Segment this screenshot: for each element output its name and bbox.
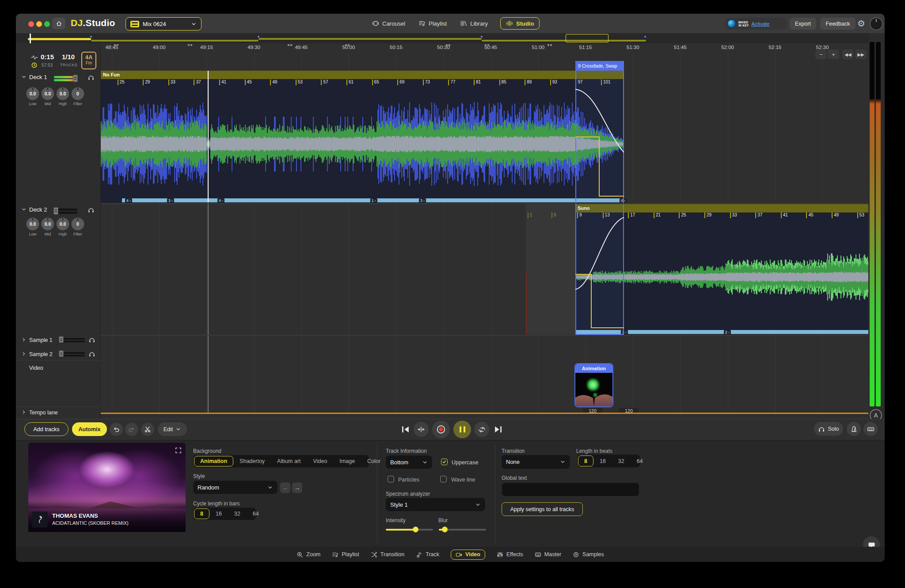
- deck1-cue-marker[interactable]: 3: [419, 198, 426, 203]
- particles-checkbox[interactable]: [388, 476, 394, 482]
- background-option-color[interactable]: Color: [361, 456, 387, 467]
- blur-slider-thumb[interactable]: [442, 527, 448, 532]
- pause-button[interactable]: [453, 421, 471, 438]
- home-button[interactable]: [52, 18, 65, 29]
- deck1-cue-marker[interactable]: 4: [125, 198, 132, 203]
- length-in-beats-option-64[interactable]: 64: [631, 455, 649, 467]
- minimap-viewport[interactable]: [566, 34, 608, 42]
- deck2-cue-marker[interactable]: 2: [724, 330, 731, 334]
- bottom-tab-video[interactable]: Video: [451, 550, 485, 560]
- deck1-knob-low[interactable]: 0.0: [26, 87, 39, 100]
- length-in-beats-option-16[interactable]: 16: [593, 455, 612, 467]
- background-option-album-art[interactable]: Album art: [271, 456, 307, 467]
- length-in-beats-option-8[interactable]: 8: [578, 455, 593, 467]
- crossfade-label[interactable]: 9 Crossfade, Swap: [575, 61, 624, 71]
- export-button[interactable]: Export: [790, 18, 816, 30]
- deck1-knob-high[interactable]: 0.0: [56, 87, 69, 100]
- gear-icon[interactable]: ⚙: [857, 18, 865, 29]
- tempo-lane-chevron-icon[interactable]: [21, 410, 27, 415]
- cycle-length-option-32[interactable]: 32: [228, 508, 247, 519]
- fullscreen-icon[interactable]: [175, 447, 182, 454]
- fast-forward-button[interactable]: ▶▶: [855, 49, 867, 59]
- video-clip-animation[interactable]: Animation: [574, 363, 613, 407]
- deck1-knob-mid[interactable]: 0.0: [41, 87, 54, 100]
- bottom-tab-master[interactable]: Master: [535, 551, 561, 558]
- edit-menu-button[interactable]: Edit: [158, 422, 187, 436]
- cycle-length-option-8[interactable]: 8: [194, 508, 209, 519]
- tab-studio[interactable]: Studio: [500, 17, 540, 30]
- cycle-length-option-64[interactable]: 64: [247, 508, 265, 519]
- undo-button[interactable]: [110, 423, 123, 436]
- background-option-animation[interactable]: Animation: [194, 456, 233, 467]
- bottom-tab-track[interactable]: Track: [416, 551, 439, 558]
- background-option-video[interactable]: Video: [307, 456, 334, 467]
- skip-back-button[interactable]: [401, 425, 411, 434]
- sample2-expand-chevron-icon[interactable]: [21, 351, 27, 357]
- deck1-knob-filter[interactable]: 0: [71, 87, 84, 100]
- mix-select[interactable]: Mix 0624: [125, 17, 202, 30]
- add-tracks-button[interactable]: Add tracks: [24, 422, 68, 436]
- deck2-volume-handle[interactable]: [53, 207, 58, 215]
- sample2-volume-handle[interactable]: [59, 350, 64, 357]
- bottom-tab-samples[interactable]: Samples: [573, 551, 604, 558]
- deck2-knob-mid[interactable]: 0.0: [41, 217, 54, 231]
- rewind-button[interactable]: ◀◀: [842, 49, 854, 59]
- spectrum-style-select[interactable]: Style 1: [386, 498, 485, 511]
- bottom-tab-playlist[interactable]: Playlist: [332, 551, 359, 558]
- sample2-headphones-icon[interactable]: [88, 350, 95, 357]
- cycle-length-option-16[interactable]: 16: [209, 508, 228, 519]
- transition-select[interactable]: None: [502, 455, 570, 469]
- zoom-in-button[interactable]: +: [828, 49, 839, 59]
- loop-button[interactable]: [474, 422, 489, 437]
- avatar[interactable]: [870, 17, 883, 30]
- deck2-knob-low[interactable]: 0.0: [26, 217, 39, 231]
- sample1-expand-chevron-icon[interactable]: [21, 337, 27, 342]
- time-ruler[interactable]: 48:4549:0049:1549:3049:4550:0050:1550:30…: [101, 43, 868, 52]
- window-zoom-button[interactable]: [44, 21, 50, 27]
- style-next-button[interactable]: →: [292, 482, 302, 493]
- jump-to-mix-button[interactable]: [414, 422, 429, 437]
- automix-button[interactable]: Automix: [72, 422, 107, 436]
- solo-button[interactable]: Solo: [814, 422, 843, 436]
- tab-library[interactable]: Library: [459, 17, 489, 30]
- deck1-volume-handle[interactable]: [73, 75, 78, 82]
- bottom-tab-transition[interactable]: Transition: [371, 551, 404, 558]
- style-prev-button[interactable]: ←: [280, 482, 290, 493]
- deck2-knob-filter[interactable]: 0: [71, 217, 84, 231]
- crossfade-region[interactable]: [575, 61, 624, 335]
- uppercase-checkbox[interactable]: [441, 459, 448, 465]
- style-select[interactable]: Random: [193, 481, 278, 494]
- activate-link[interactable]: Activate: [751, 21, 769, 27]
- tab-carousel[interactable]: Carousel: [371, 17, 406, 30]
- length-in-beats-option-32[interactable]: 32: [612, 455, 631, 467]
- window-minimize-button[interactable]: [36, 21, 42, 27]
- apply-settings-button[interactable]: Apply settings to all tracks: [502, 502, 583, 516]
- split-button[interactable]: [141, 423, 154, 436]
- deck1-cue-marker[interactable]: 3: [167, 198, 174, 203]
- background-option-shadertoy[interactable]: Shadertoy: [233, 456, 271, 467]
- skip-forward-button[interactable]: [493, 425, 503, 434]
- record-button[interactable]: [432, 421, 450, 438]
- deck1-cue-marker[interactable]: 1: [370, 198, 377, 203]
- track-info-position-select[interactable]: Bottom: [386, 455, 432, 469]
- deck1-collapse-chevron-icon[interactable]: [21, 74, 27, 80]
- global-text-input[interactable]: [502, 482, 639, 497]
- feedback-button[interactable]: Feedback: [820, 18, 856, 30]
- tempo-automation-line[interactable]: [101, 413, 868, 414]
- deck1-cue-marker[interactable]: 4: [217, 198, 224, 203]
- zoom-out-button[interactable]: −: [815, 49, 827, 59]
- metronome-button[interactable]: [847, 422, 861, 436]
- deck1-track-header[interactable]: No Fun: [101, 71, 624, 79]
- shortcuts-button[interactable]: [863, 422, 878, 436]
- deck1-headphones-icon[interactable]: [87, 74, 95, 81]
- background-option-image[interactable]: Image: [333, 456, 361, 467]
- deck2-knob-high[interactable]: 0.0: [56, 217, 69, 231]
- window-close-button[interactable]: [28, 21, 34, 27]
- wave-line-checkbox[interactable]: [440, 476, 447, 482]
- redo-button[interactable]: [125, 423, 138, 436]
- sample1-volume-handle[interactable]: [59, 336, 64, 343]
- deck2-collapse-chevron-icon[interactable]: [21, 207, 27, 212]
- bottom-tab-zoom[interactable]: Zoom: [297, 551, 320, 558]
- deck2-headphones-icon[interactable]: [87, 206, 95, 213]
- sample1-headphones-icon[interactable]: [88, 336, 95, 343]
